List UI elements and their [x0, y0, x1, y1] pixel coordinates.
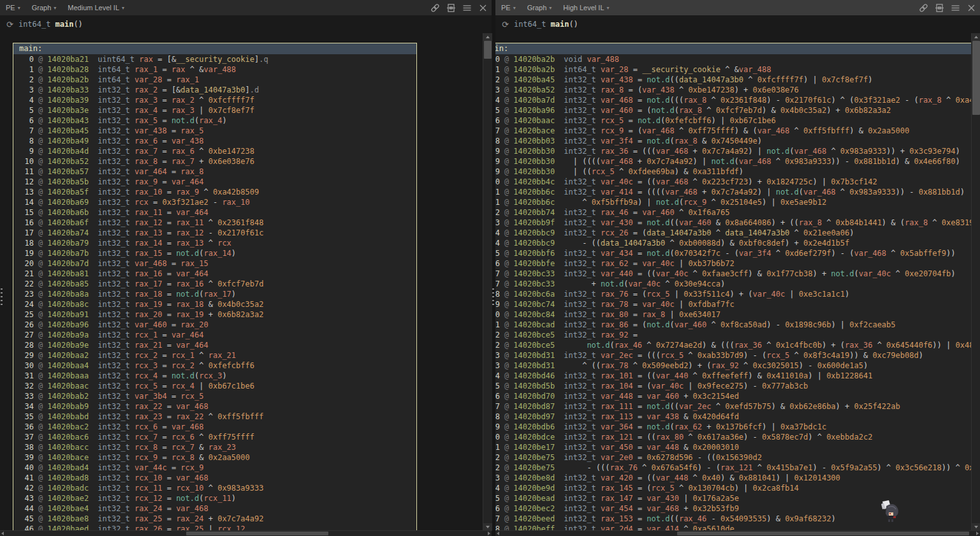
right-vertical-scrollbar[interactable] [971, 33, 980, 531]
code-line[interactable]: 44@14020bae4int32_t rax_24 = var_468 [13, 503, 416, 514]
code-line[interactable]: 2@14020ba2bint64_t var_28 = rax_1 [13, 75, 416, 85]
code-line[interactable]: 8@14020ba49int32_t rax_6 = var_438 [13, 136, 416, 146]
code-line[interactable]: 9@14020ba4dint32_t rax_7 = rax_6 ^ 0xbe1… [13, 146, 416, 156]
code-line[interactable]: 0@14020ba2bvoid var_488 [495, 54, 971, 64]
left-hscroll-thumb[interactable] [186, 532, 328, 535]
code-line[interactable]: 7@14020ba45int32_t var_438 = rax_5 [13, 126, 416, 136]
code-line[interactable]: 10@14020ba52int32_t rax_8 = rax_7 + 0x6e… [13, 156, 416, 167]
code-line[interactable]: 40@14020bad4int32_t var_44c = rcx_9 [13, 463, 416, 473]
left-menu-view-type[interactable]: PE ▾ [0, 0, 26, 15]
right-menu-il-level[interactable]: High Level IL ▾ [557, 0, 615, 15]
code-line[interactable]: 1@14020ba2bint64_t var_28 = __security_c… [495, 64, 971, 75]
right-hscroll-thumb[interactable] [677, 532, 969, 535]
scroll-left-arrow[interactable] [497, 532, 499, 535]
split-pane-icon[interactable] [935, 3, 944, 13]
code-line[interactable]: 31@14020be17int32_t var_450 = var_448 & … [495, 442, 971, 452]
code-line[interactable]: 32@14020baacint32_t rcx_5 = rcx_4 | 0xb6… [13, 381, 416, 391]
code-line[interactable]: 17@14020bc33int32_t var_440 = ((var_40c … [495, 269, 971, 279]
code-line[interactable]: 32@14020be75 - (((rax_76 ^ 0x676a54f6) -… [495, 463, 971, 473]
code-line[interactable]: 1@14020ba28int64_t rax_1 = rax ^ &var_48… [13, 64, 416, 75]
code-line[interactable]: 22@14020bce5 not.d(rax_46 ^ 0x7274ae2d) … [495, 340, 971, 350]
code-line[interactable]: 15@14020ba6bint32_t rax_11 = var_464 [13, 207, 416, 218]
code-line[interactable]: 43@14020bae2int32_t rcx_12 = not.d(rcx_1… [13, 493, 416, 503]
code-line[interactable]: 14@14020bbc9 - ((data_14047a3b0 ^ 0xb000… [495, 238, 971, 248]
right-menu-view-type[interactable]: PE ▾ [495, 0, 522, 15]
code-line[interactable]: 37@14020bac6int32_t rcx_7 = rcx_6 ^ 0xff… [13, 432, 416, 442]
code-line[interactable]: 5@14020ba96int32_t var_460 = (not.d(rax_… [495, 105, 971, 115]
code-line[interactable]: 34@14020be9dint32_t rax_145 = (rcx_5 ^ 0… [495, 483, 971, 493]
code-line[interactable]: 9@14020bb30 | ((rcx_5 ^ 0xfdee69ba) & 0x… [495, 167, 971, 177]
code-line[interactable]: 16@14020ba6fint32_t rax_12 = rax_11 ^ 0x… [13, 218, 416, 228]
splitter-grip[interactable] [492, 288, 494, 308]
code-line[interactable]: 10@14020bb4cint32_t var_40c = ((var_468 … [495, 177, 971, 187]
code-line[interactable]: 9@14020bb30 | ((((var_468 + 0x7c7a4a92) … [495, 156, 971, 167]
code-line[interactable]: 14@14020ba69int32_t rcx = 0x3f321ae2 - r… [13, 197, 416, 207]
code-line[interactable]: 42@14020badcint32_t rcx_11 = rcx_10 ^ 0x… [13, 483, 416, 493]
left-menu-layout[interactable]: Graph ▾ [26, 0, 62, 15]
code-line[interactable]: 11@14020bb6c ^ 0xf5bffb9a) | not.d(rcx_9… [495, 197, 971, 207]
code-line[interactable]: 18@14020bc6aint32_t rax_76 = (rcx_5 | 0x… [495, 289, 971, 299]
code-line[interactable]: 11@14020ba57int32_t var_464 = rax_8 [13, 167, 416, 177]
code-line[interactable]: 18@14020ba79int32_t rax_14 = rax_13 ^ rc… [13, 238, 416, 248]
code-line[interactable]: 27@14020bd87int32_t rax_111 = not.d((var… [495, 401, 971, 412]
code-line[interactable]: 39@14020baceint32_t rcx_9 = rcx_8 & 0x2a… [13, 452, 416, 463]
code-line[interactable]: 23@14020ba8aint32_t rax_18 = not.d(rax_1… [13, 289, 416, 299]
code-line[interactable]: 35@14020babdint32_t rax_23 = rax_22 ^ 0x… [13, 412, 416, 422]
code-line[interactable]: 3@14020ba52int32_t rax_8 = (var_438 ^ 0x… [495, 85, 971, 95]
code-line[interactable]: 38@14020baccint32_t rcx_8 = rcx_7 & rax_… [13, 442, 416, 452]
code-line[interactable]: 33@14020be8dint32_t var_420 = ((var_448 … [495, 473, 971, 483]
code-line[interactable]: 6@14020baacint32_t rcx_5 = not.d(0xfefcb… [495, 115, 971, 126]
code-line[interactable]: 23@14020bd31 ^ ((rax_78 ^ 0x509eebd2) + … [495, 361, 971, 371]
code-line[interactable]: 32@14020be75int32_t var_2e0 = 0x6278d596… [495, 452, 971, 463]
code-line[interactable]: 0@14020ba21uint64_t rax = [&__security_c… [13, 54, 416, 64]
code-line[interactable]: 23@14020bd31int32_t var_2ec = (((rcx_5 ^… [495, 350, 971, 361]
left-vscroll-thumb[interactable] [484, 41, 492, 59]
code-line[interactable]: 5@14020ba3eint32_t rax_4 = rax_3 | 0x7cf… [13, 105, 416, 115]
code-line[interactable]: 36@14020bac2int32_t rcx_6 = var_468 [13, 422, 416, 432]
code-line[interactable]: 22@14020bce5int32_t rax_92 = [495, 330, 971, 340]
code-line[interactable]: 28@14020bd97int32_t rax_113 = var_438 & … [495, 412, 971, 422]
right-vscroll-thumb[interactable] [972, 41, 980, 115]
code-line[interactable]: 30@14020baa4int32_t rcx_3 = rcx_2 ^ 0xfe… [13, 361, 416, 371]
code-line[interactable]: 24@14020bd46int32_t rax_101 = ((var_440 … [495, 371, 971, 381]
link-icon[interactable] [430, 3, 440, 13]
code-line[interactable]: 13@14020bb9fint32_t var_430 = not.d((var… [495, 218, 971, 228]
code-line[interactable]: 29@14020bdb6int32_t var_364 = not.d(rax_… [495, 422, 971, 432]
code-line[interactable]: 7@14020baceint32_t rcx_9 = (var_468 ^ 0x… [495, 126, 971, 136]
menu-icon[interactable] [951, 3, 960, 13]
code-line[interactable]: 17@14020ba74int32_t rax_13 = rax_12 - 0x… [13, 228, 416, 238]
code-line[interactable]: 4@14020ba39int32_t rax_3 = rax_2 ^ 0xfcf… [13, 95, 416, 105]
close-icon[interactable] [478, 3, 488, 13]
code-line[interactable]: 27@14020ba9aint32_t rcx_1 = var_464 [13, 330, 416, 340]
code-line[interactable]: 45@14020bae8int32_t rax_25 = rax_24 + 0x… [13, 514, 416, 524]
right-function-name[interactable]: main [550, 20, 569, 29]
code-line[interactable]: 31@14020baaaint32_t rcx_4 = not.d(rcx_3) [13, 371, 416, 381]
code-line[interactable]: 9@14020bb30int32_t rax_36 = (((var_468 +… [495, 146, 971, 156]
split-pane-icon[interactable] [446, 3, 456, 13]
code-line[interactable]: 12@14020bb74int32_t rax_46 = var_460 ^ 0… [495, 207, 971, 218]
code-line[interactable]: 30@14020bdceint32_t rax_121 = ((rax_80 ^… [495, 432, 971, 442]
code-line[interactable]: 19@14020bc74int32_t rax_78 = var_40c | 0… [495, 299, 971, 309]
code-line[interactable]: 2@14020ba45int32_t var_438 = not.d((data… [495, 75, 971, 85]
code-line[interactable]: 25@14020bd5bint32_t rax_104 = (var_40c |… [495, 381, 971, 391]
scroll-right-arrow[interactable] [488, 532, 490, 535]
left-edge-grip[interactable] [1, 288, 3, 308]
code-line[interactable]: 11@14020bb6cint32_t var_414 = ((((var_46… [495, 187, 971, 197]
menu-icon[interactable] [462, 3, 472, 13]
code-line[interactable]: 26@14020ba96int32_t var_460 = rax_20 [13, 320, 416, 330]
code-line[interactable]: 17@14020bc33 + not.d(var_40c ^ 0x30e94cc… [495, 279, 971, 289]
code-line[interactable]: 14@14020bbc9int32_t rcx_26 = (data_14047… [495, 228, 971, 238]
code-line[interactable]: 24@14020ba8cint32_t rax_19 = rax_18 & 0x… [13, 299, 416, 309]
link-icon[interactable] [919, 3, 928, 13]
code-line[interactable]: 3@14020ba33int32_t rax_2 = [&data_14047a… [13, 85, 416, 95]
code-line[interactable]: 26@14020bd70int32_t var_448 = var_460 + … [495, 391, 971, 401]
code-line[interactable]: 15@14020bbf6int32_t var_434 = not.d(0x70… [495, 248, 971, 258]
code-line[interactable]: 25@14020ba91int32_t rax_20 = rax_19 + 0x… [13, 309, 416, 320]
code-line[interactable]: 20@14020bc84int32_t rax_80 = rax_8 | 0xe… [495, 309, 971, 320]
refresh-icon[interactable]: ⟳ [6, 20, 13, 29]
code-line[interactable]: 19@14020ba7bint32_t rax_15 = not.d(rax_1… [13, 248, 416, 258]
left-vertical-scrollbar[interactable] [483, 33, 492, 531]
right-horizontal-scrollbar[interactable] [495, 530, 980, 536]
code-line[interactable]: 6@14020ba43int32_t rax_5 = not.d(rax_4) [13, 115, 416, 126]
code-line[interactable]: 20@14020ba7dint32_t var_468 = rax_15 [13, 258, 416, 269]
